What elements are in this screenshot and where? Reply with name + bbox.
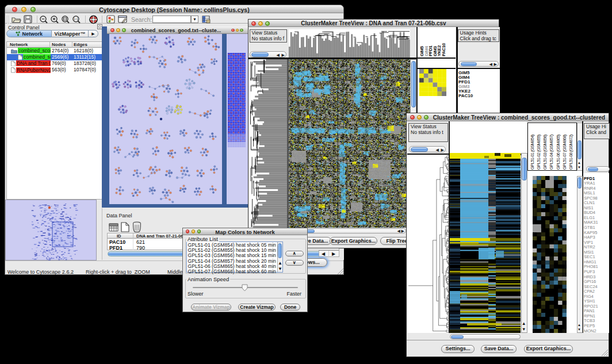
svg-text:1:1: 1:1 xyxy=(74,17,78,21)
